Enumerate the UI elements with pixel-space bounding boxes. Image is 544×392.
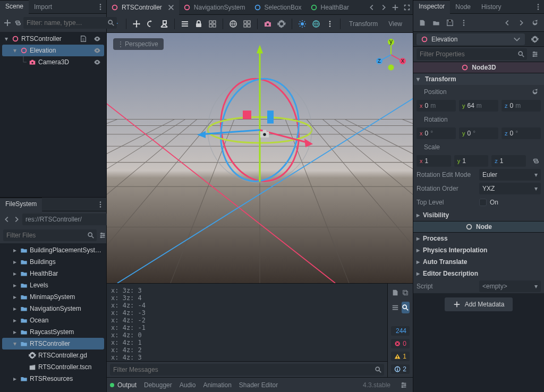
class-header-node[interactable]: Node <box>413 221 544 233</box>
top-level-checkbox[interactable]: On <box>479 199 498 206</box>
sun-tool[interactable] <box>296 18 308 30</box>
group-tool[interactable] <box>207 18 218 30</box>
sort-button[interactable] <box>99 229 106 241</box>
editor-tab[interactable]: RTSController <box>107 0 179 15</box>
rotate-tool[interactable] <box>144 18 156 30</box>
lock-tool[interactable] <box>193 18 205 30</box>
inspector-filter-input[interactable] <box>416 48 527 60</box>
filesystem-tree[interactable]: ▸BuildingPlacementSyst…▸Buildings▸Health… <box>0 243 106 392</box>
instance-link-button[interactable] <box>14 17 21 29</box>
tab-history[interactable]: History <box>476 0 506 14</box>
viewport-3d[interactable]: Perspective y x z <box>107 33 413 283</box>
eye-icon[interactable] <box>91 33 103 45</box>
tab-filesystem[interactable]: FileSystem <box>0 198 42 211</box>
group-physics-interpolation[interactable]: ▸Physics Interpolation <box>413 244 544 256</box>
class-header-node3d[interactable]: Node3D <box>413 62 544 73</box>
group-process[interactable]: ▸Process <box>413 233 544 244</box>
filesystem-item[interactable]: RTSController.gd <box>2 350 104 361</box>
editor-tab[interactable]: NavigationSystem <box>179 0 250 15</box>
scale-link-button[interactable] <box>530 157 541 165</box>
filesystem-item[interactable]: ▸NavigationSystem <box>2 303 104 314</box>
scale-tool[interactable] <box>158 18 170 30</box>
load-resource-button[interactable] <box>430 17 442 29</box>
errors-blue-badge[interactable]: 244 <box>391 326 410 336</box>
rotation-edit-mode-select[interactable]: Euler▾ <box>479 169 541 181</box>
filesystem-item[interactable]: ▾RTSController <box>2 338 104 350</box>
filesystem-item[interactable]: ▸Levels <box>2 279 104 291</box>
filesystem-item[interactable]: ▸RaycastSystem <box>2 326 104 338</box>
position-x-field[interactable]: x0m <box>416 100 456 112</box>
camera-preview-tool[interactable] <box>262 18 274 30</box>
add-node-button[interactable] <box>3 17 12 29</box>
filesystem-item[interactable]: RTSController.tscn <box>2 361 104 373</box>
path-field[interactable] <box>22 214 108 225</box>
tab-inspector[interactable]: Inspector <box>413 0 450 14</box>
rotation-order-select[interactable]: YXZ▾ <box>479 183 541 194</box>
misc-tool[interactable] <box>276 18 287 30</box>
globe-tool[interactable] <box>227 18 239 30</box>
axis-gizmo[interactable]: y x z <box>375 38 407 71</box>
toggle-lines-button[interactable] <box>391 302 400 313</box>
eye-icon[interactable] <box>91 45 103 56</box>
position-y-field[interactable]: y64m <box>459 100 498 112</box>
eye-icon[interactable] <box>91 56 103 68</box>
tab-scene[interactable]: Scene <box>0 0 29 14</box>
filesystem-item[interactable]: ▸RTSResources <box>2 373 104 385</box>
filesystem-item[interactable]: ▸HealthBar <box>2 268 104 279</box>
list-tool[interactable] <box>179 18 191 30</box>
clear-output-button[interactable] <box>391 287 400 299</box>
add-metadata-button[interactable]: Add Metadata <box>445 297 513 311</box>
nav-fwd-button[interactable] <box>13 214 20 225</box>
scale-z-field[interactable]: z1 <box>491 155 526 167</box>
rotation-y-field[interactable]: y0° <box>459 127 498 139</box>
prev-scene-button[interactable] <box>366 2 378 13</box>
script-select[interactable]: <empty>▾ <box>479 280 541 292</box>
view-menu[interactable]: View <box>384 18 406 30</box>
move-tool[interactable] <box>131 18 142 30</box>
copy-output-button[interactable] <box>402 287 410 299</box>
tab-audio[interactable]: Audio <box>180 381 196 389</box>
kebab-icon[interactable] <box>95 199 106 210</box>
next-scene-button[interactable] <box>378 2 389 13</box>
output-filter-input[interactable] <box>110 364 384 376</box>
group-visibility[interactable]: ▸Visibility <box>413 209 544 221</box>
scene-tree-item[interactable]: ▾Elevation <box>2 45 104 56</box>
scale-x-field[interactable]: x1 <box>416 155 451 167</box>
kebab-icon[interactable] <box>324 18 336 30</box>
script-icon[interactable] <box>78 33 89 45</box>
object-doc-button[interactable] <box>529 33 541 45</box>
history-fwd-button[interactable] <box>515 17 527 29</box>
tab-animation[interactable]: Animation <box>203 381 231 389</box>
rotation-x-field[interactable]: x0° <box>416 127 456 139</box>
filesystem-filter-input[interactable] <box>3 229 97 241</box>
scene-tree[interactable]: ▾RTSController▾ElevationCamera3D <box>0 32 106 197</box>
editor-tab[interactable]: SelectionBox <box>250 0 306 15</box>
tab-debugger[interactable]: Debugger <box>144 381 172 389</box>
filesystem-item[interactable]: ▸Buildings <box>2 256 104 268</box>
info-badge[interactable]: 2 <box>391 364 410 374</box>
history-reset-button[interactable] <box>529 17 541 29</box>
scene-tree-item[interactable]: ▾RTSController <box>2 33 104 45</box>
save-resource-button[interactable] <box>444 17 456 29</box>
group-transform[interactable]: ▾Transform <box>413 73 544 85</box>
snap-tool[interactable] <box>241 18 253 30</box>
scene-tree-item[interactable]: Camera3D <box>2 56 104 68</box>
scale-y-field[interactable]: y1 <box>454 155 489 167</box>
errors-red-badge[interactable]: 0 <box>391 339 410 348</box>
tab-import[interactable]: Import <box>29 0 57 14</box>
filesystem-item[interactable]: ▸BuildingPlacementSyst… <box>2 244 104 256</box>
group-editor-description[interactable]: ▸Editor Description <box>413 268 544 279</box>
world-env-tool[interactable] <box>310 18 322 30</box>
warnings-badge[interactable]: 1 <box>391 352 410 361</box>
inspector-tools-button[interactable] <box>529 48 541 60</box>
nav-back-button[interactable] <box>3 214 11 225</box>
reset-position-button[interactable] <box>529 86 541 98</box>
perspective-badge[interactable]: Perspective <box>113 38 164 50</box>
new-resource-button[interactable] <box>416 17 428 29</box>
editor-tab[interactable]: HealthBar <box>306 0 353 15</box>
kebab-icon[interactable] <box>458 17 470 29</box>
history-back-button[interactable] <box>502 17 513 29</box>
position-z-field[interactable]: z0m <box>502 100 541 112</box>
output-log[interactable]: x: 3z: 3 x: 3z: 4 x: 4z: -4 x: 4z: -3 x:… <box>107 284 387 361</box>
tab-output[interactable]: Output <box>110 381 137 389</box>
